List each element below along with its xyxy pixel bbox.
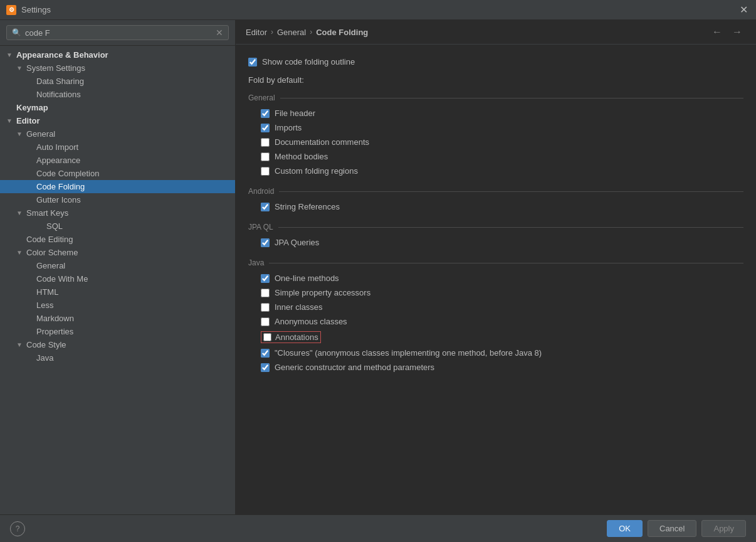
sidebar-label-general: General xyxy=(26,129,235,139)
sidebar-label-code-editing: Code Editing xyxy=(26,235,235,244)
anonymous-classes-row: Anonymous classes xyxy=(261,314,743,329)
section-general-header: General xyxy=(248,93,743,102)
section-jpa-line xyxy=(278,227,743,228)
sidebar: 🔍 ✕ ▼Appearance & Behavior▼System Settin… xyxy=(0,20,236,514)
string-references-checkbox[interactable] xyxy=(261,203,270,211)
sidebar-item-data-sharing[interactable]: Data Sharing xyxy=(0,75,235,88)
jpa-items: JPA Queries xyxy=(248,235,743,250)
sidebar-item-gutter-icons[interactable]: Gutter Icons xyxy=(0,193,235,206)
sidebar-item-code-editing[interactable]: Code Editing xyxy=(0,233,235,246)
android-items: String References xyxy=(248,199,743,214)
nav-forward-button[interactable]: → xyxy=(728,25,746,39)
breadcrumb-current: Code Folding xyxy=(316,28,368,37)
nav-back-button[interactable]: ← xyxy=(708,25,726,39)
section-jpa-header: JPA QL xyxy=(248,223,743,231)
inner-classes-label: Inner classes xyxy=(275,302,323,312)
method-bodies-row: Method bodies xyxy=(261,149,743,164)
sidebar-item-markdown[interactable]: Markdown xyxy=(0,312,235,325)
inner-classes-checkbox[interactable] xyxy=(261,303,270,312)
string-references-row: String References xyxy=(261,199,743,214)
sidebar-item-code-style[interactable]: ▼Code Style xyxy=(0,338,235,351)
closures-checkbox[interactable] xyxy=(261,349,270,358)
search-input[interactable] xyxy=(25,28,212,38)
custom-folding-checkbox[interactable] xyxy=(261,167,270,176)
sidebar-label-appearance: Appearance xyxy=(36,156,235,165)
sidebar-item-general[interactable]: ▼General xyxy=(0,127,235,141)
ok-button[interactable]: OK xyxy=(607,520,643,537)
sidebar-label-data-sharing: Data Sharing xyxy=(36,77,235,86)
breadcrumb-general: General xyxy=(277,28,306,37)
sidebar-item-editor[interactable]: ▼Editor xyxy=(0,114,235,127)
sidebar-item-code-completion[interactable]: Code Completion xyxy=(0,167,235,180)
title-bar: ⚙ Settings ✕ xyxy=(0,0,756,20)
tree-arrow-appearance-behavior: ▼ xyxy=(6,51,16,58)
sidebar-item-appearance[interactable]: Appearance xyxy=(0,154,235,167)
sidebar-item-auto-import[interactable]: Auto Import xyxy=(0,141,235,154)
annotations-checkbox[interactable] xyxy=(263,333,271,341)
doc-comments-checkbox[interactable] xyxy=(261,138,270,147)
imports-checkbox[interactable] xyxy=(261,124,270,132)
close-button[interactable]: ✕ xyxy=(737,4,750,16)
sidebar-item-system-settings[interactable]: ▼System Settings xyxy=(0,61,235,75)
sidebar-item-properties[interactable]: Properties xyxy=(0,325,235,338)
section-jpa-label: JPA QL xyxy=(248,223,273,231)
breadcrumb-editor: Editor xyxy=(246,28,267,37)
generic-constructor-checkbox[interactable] xyxy=(261,363,270,372)
clear-search-button[interactable]: ✕ xyxy=(216,28,223,38)
jpa-queries-label: JPA Queries xyxy=(275,238,319,247)
generic-constructor-label: Generic constructor and method parameter… xyxy=(275,363,434,372)
anonymous-classes-checkbox[interactable] xyxy=(261,317,270,326)
closures-label: "Closures" (anonymous classes implementi… xyxy=(275,348,542,358)
sidebar-label-auto-import: Auto Import xyxy=(36,142,235,152)
sidebar-item-color-scheme-general[interactable]: General xyxy=(0,259,235,272)
string-references-label: String References xyxy=(275,202,340,211)
sidebar-label-code-style-java: Java xyxy=(36,353,235,363)
search-icon: 🔍 xyxy=(12,28,21,37)
sidebar-item-code-folding[interactable]: Code Folding xyxy=(0,180,235,193)
footer-bar: ? OK Cancel Apply xyxy=(0,514,756,542)
sidebar-label-code-folding: Code Folding xyxy=(36,182,235,191)
nav-arrows: ← → xyxy=(708,25,746,39)
sidebar-label-properties: Properties xyxy=(36,327,235,336)
sidebar-item-less[interactable]: Less xyxy=(0,299,235,312)
annotations-highlight-wrap: Annotations xyxy=(261,331,321,343)
sidebar-label-smart-keys: Smart Keys xyxy=(26,208,235,218)
cancel-button[interactable]: Cancel xyxy=(648,520,696,537)
simple-property-label: Simple property accessors xyxy=(275,288,370,297)
one-line-methods-checkbox[interactable] xyxy=(261,274,270,283)
sidebar-item-appearance-behavior[interactable]: ▼Appearance & Behavior xyxy=(0,48,235,61)
settings-tree: ▼Appearance & Behavior▼System SettingsDa… xyxy=(0,46,235,514)
sidebar-label-code-style: Code Style xyxy=(26,340,235,349)
section-java-label: Java xyxy=(248,258,264,267)
breadcrumb-bar: Editor › General › Code Folding ← → xyxy=(236,20,756,45)
tree-arrow-editor: ▼ xyxy=(6,117,16,124)
java-items: One-line methods Simple property accesso… xyxy=(248,271,743,375)
sidebar-item-code-style-java[interactable]: Java xyxy=(0,351,235,364)
show-outline-checkbox[interactable] xyxy=(248,58,257,66)
sidebar-label-system-settings: System Settings xyxy=(26,63,235,73)
method-bodies-checkbox[interactable] xyxy=(261,152,270,161)
jpa-queries-checkbox[interactable] xyxy=(261,238,270,247)
sidebar-item-sql[interactable]: SQL xyxy=(0,220,235,233)
search-bar: 🔍 ✕ xyxy=(0,20,235,46)
settings-window: ⚙ Settings ✕ 🔍 ✕ ▼Appearance & Behavior▼… xyxy=(0,0,756,542)
sidebar-item-code-with-me[interactable]: Code With Me xyxy=(0,272,235,285)
search-input-wrap: 🔍 ✕ xyxy=(6,25,229,40)
sidebar-item-html[interactable]: HTML xyxy=(0,285,235,299)
sidebar-item-color-scheme[interactable]: ▼Color Scheme xyxy=(0,246,235,259)
sidebar-label-gutter-icons: Gutter Icons xyxy=(36,195,235,205)
help-button[interactable]: ? xyxy=(10,521,25,536)
simple-property-checkbox[interactable] xyxy=(261,289,270,297)
sidebar-item-notifications[interactable]: Notifications xyxy=(0,88,235,101)
apply-button[interactable]: Apply xyxy=(701,520,746,537)
main-content: 🔍 ✕ ▼Appearance & Behavior▼System Settin… xyxy=(0,20,756,514)
fold-by-default-label: Fold by default: xyxy=(248,75,743,85)
tree-arrow-general: ▼ xyxy=(16,130,26,137)
file-header-checkbox[interactable] xyxy=(261,109,270,118)
sidebar-label-notifications: Notifications xyxy=(36,90,235,99)
sidebar-item-smart-keys[interactable]: ▼Smart Keys xyxy=(0,206,235,220)
settings-content: Show code folding outline Fold by defaul… xyxy=(236,45,756,514)
sidebar-label-appearance-behavior: Appearance & Behavior xyxy=(16,50,235,60)
sidebar-item-keymap[interactable]: Keymap xyxy=(0,101,235,114)
custom-folding-row: Custom folding regions xyxy=(261,164,743,178)
